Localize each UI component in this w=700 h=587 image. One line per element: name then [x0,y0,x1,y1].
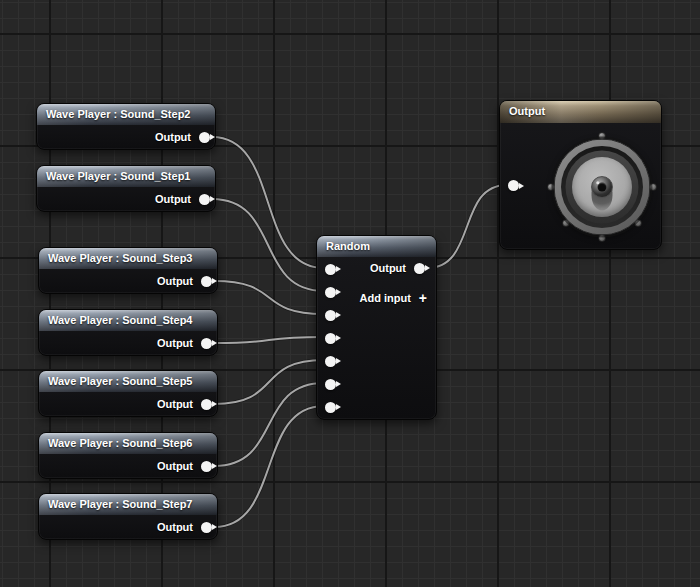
graph-canvas[interactable]: Wave Player : Sound_Step2 Output Wave Pl… [0,0,700,587]
wave-player-title: Wave Player : Sound_Step2 [37,104,215,125]
wire-wave-player-:-sound_step3-to-random[interactable] [214,281,324,314]
output-node[interactable]: Output [499,100,662,250]
wave-player-node-sound_step6[interactable]: Wave Player : Sound_Step6 Output [38,432,218,479]
random-output-pin[interactable] [414,263,425,274]
output-pin-label: Output [155,131,191,143]
wave-player-header[interactable]: Wave Player : Sound_Step7 [39,494,217,515]
wave-player-title: Wave Player : Sound_Step1 [37,166,215,187]
wave-player-header[interactable]: Wave Player : Sound_Step2 [37,104,215,125]
random-output-row: Output [370,262,425,274]
wave-player-output-row: Output [155,131,210,143]
plus-icon: + [419,292,427,304]
output-pin[interactable] [201,461,212,472]
add-input-button[interactable]: Add input + [359,292,427,304]
wave-player-node-sound_step7[interactable]: Wave Player : Sound_Step7 Output [38,493,218,540]
output-pin[interactable] [201,399,212,410]
wave-player-output-row: Output [157,460,212,472]
random-input-pin-2[interactable] [325,287,336,298]
wire-wave-player-:-sound_step1-to-random[interactable] [212,199,324,291]
wave-player-output-row: Output [157,337,212,349]
random-node-header[interactable]: Random [317,236,436,257]
wave-player-header[interactable]: Wave Player : Sound_Step3 [39,248,217,269]
wave-player-output-row: Output [155,193,210,205]
output-pin-label: Output [155,193,191,205]
output-pin[interactable] [199,132,210,143]
speaker-highlight [596,181,599,184]
output-pin[interactable] [199,194,210,205]
wave-player-title: Wave Player : Sound_Step3 [39,248,217,269]
output-pin-label: Output [157,275,193,287]
wire-wave-player-:-sound_step4-to-random[interactable] [214,337,324,343]
random-node[interactable]: Random Output Add input + [316,235,437,420]
output-pin[interactable] [201,522,212,533]
random-input-pin-3[interactable] [325,310,336,321]
random-input-pin-4[interactable] [325,333,336,344]
random-input-pin-5[interactable] [325,356,336,367]
output-pin-label: Output [157,337,193,349]
output-pin-label: Output [157,521,193,533]
wave-player-node-sound_step4[interactable]: Wave Player : Sound_Step4 Output [38,309,218,356]
output-node-header[interactable]: Output [500,101,661,123]
random-input-pin-1[interactable] [325,264,336,275]
wire-wave-player-:-sound_step5-to-random[interactable] [214,360,324,404]
add-input-label: Add input [359,292,410,304]
random-input-pin-7[interactable] [325,402,336,413]
output-pin-label: Output [370,262,406,274]
output-pin[interactable] [201,276,212,287]
random-input-pin-6[interactable] [325,379,336,390]
wave-player-node-sound_step5[interactable]: Wave Player : Sound_Step5 Output [38,370,218,417]
wave-player-header[interactable]: Wave Player : Sound_Step5 [39,371,217,392]
output-node-title: Output [500,101,661,122]
wave-player-output-row: Output [157,521,212,533]
wave-player-title: Wave Player : Sound_Step4 [39,310,217,331]
random-node-title: Random [317,236,436,257]
output-pin-label: Output [157,398,193,410]
output-input-pin[interactable] [508,180,519,191]
wave-player-node-sound_step1[interactable]: Wave Player : Sound_Step1 Output [36,165,216,212]
wave-player-header[interactable]: Wave Player : Sound_Step6 [39,433,217,454]
wave-player-title: Wave Player : Sound_Step5 [39,371,217,392]
wave-player-output-row: Output [157,398,212,410]
wave-player-header[interactable]: Wave Player : Sound_Step4 [39,310,217,331]
output-pin-label: Output [157,460,193,472]
wave-player-header[interactable]: Wave Player : Sound_Step1 [37,166,215,187]
wave-player-output-row: Output [157,275,212,287]
wire-random-to-output[interactable] [427,185,507,268]
wave-player-title: Wave Player : Sound_Step6 [39,433,217,454]
wave-player-title: Wave Player : Sound_Step7 [39,494,217,515]
wire-wave-player-:-sound_step6-to-random[interactable] [214,383,324,466]
output-pin[interactable] [201,338,212,349]
wave-player-node-sound_step2[interactable]: Wave Player : Sound_Step2 Output [36,103,216,150]
wave-player-node-sound_step3[interactable]: Wave Player : Sound_Step3 Output [38,247,218,294]
